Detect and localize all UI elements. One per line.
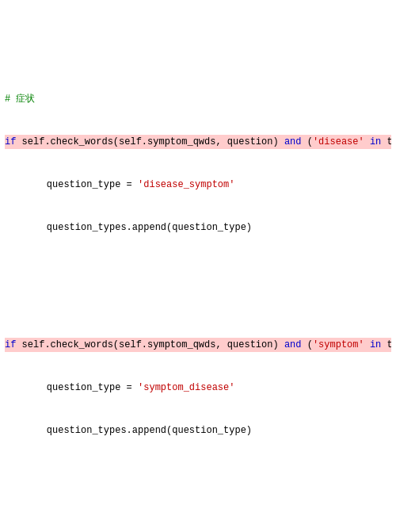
- code-editor: # 症状 if self.check_words(self.symptom_qw…: [5, 6, 391, 532]
- line-append-1: question_types.append(question_type): [5, 220, 391, 235]
- section-symptom2: if self.check_words(self.symptom_qwds, q…: [5, 309, 391, 466]
- deleted-line-2: if self.check_words(self.symptom_qwds, q…: [5, 338, 391, 352]
- comment-symptom: # 症状: [5, 92, 391, 106]
- section-cause: # 原因 if self.check_words(self.cause_qwds…: [5, 526, 391, 532]
- deleted-line-1: if self.check_words(self.symptom_qwds, q…: [5, 135, 391, 149]
- section-symptom: # 症状 if self.check_words(self.symptom_qw…: [5, 63, 391, 263]
- line-question-type-1: question_type = 'disease_symptom': [5, 178, 391, 192]
- line-question-type-2: question_type = 'symptom_disease': [5, 381, 391, 395]
- line-append-2: question_types.append(question_type): [5, 423, 391, 438]
